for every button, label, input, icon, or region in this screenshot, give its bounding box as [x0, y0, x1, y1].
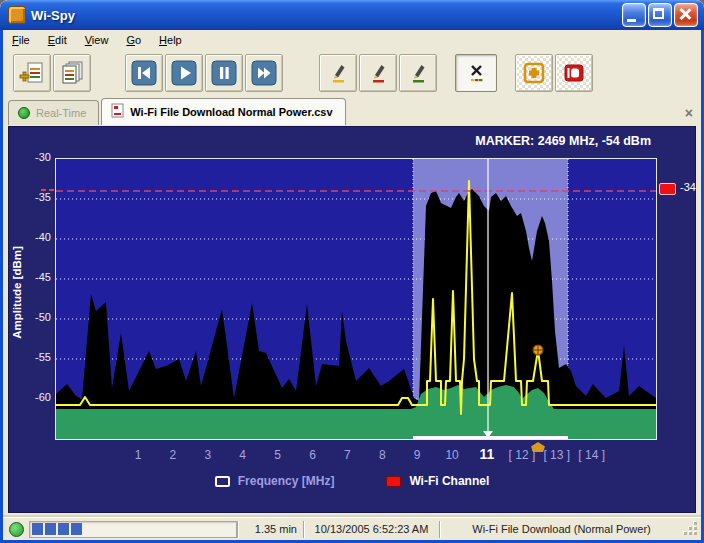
tab-bar: Real-Time Wi-Fi File Download Normal Pow… [3, 97, 701, 125]
play-icon [171, 60, 197, 86]
progress-indicator [29, 521, 237, 538]
skip-to-start-icon [131, 60, 157, 86]
frequency-swatch-icon [215, 476, 230, 487]
marker-readout: MARKER: 2469 MHz, -54 dBm [475, 134, 651, 148]
menu-item-help[interactable]: Help [150, 32, 191, 48]
document-icon [111, 103, 124, 120]
fast-forward-button[interactable] [245, 54, 283, 92]
pen-green-button[interactable] [399, 54, 437, 92]
status-dot-icon [18, 107, 30, 119]
menubar: File Edit View Go Help [3, 30, 701, 50]
progress-block [71, 523, 82, 535]
progress-block [58, 523, 69, 535]
clear-traces-button[interactable] [455, 54, 497, 92]
minimize-button[interactable] [622, 3, 646, 27]
pencil-green-icon [406, 61, 430, 85]
window-title: Wi-Spy [31, 8, 620, 23]
resize-grip[interactable] [685, 523, 698, 536]
pencil-red-icon [366, 61, 390, 85]
marker-tool-button[interactable] [555, 54, 593, 92]
y-axis-tick-label: -50 [21, 311, 51, 323]
chart-panel: MARKER: 2469 MHz, -54 dBm Amplitude [dBm… [8, 126, 696, 513]
current-file: Wi-Fi File Download (Normal Power) [439, 521, 683, 538]
threshold-label: -34 [680, 181, 696, 193]
chart-legend: Frequency [MHz] Wi-Fi Channel [9, 474, 695, 488]
tab-real-time-label: Real-Time [36, 107, 86, 119]
tab-real-time[interactable]: Real-Time [8, 100, 99, 125]
copy-documents-icon [59, 60, 85, 86]
fast-forward-icon [251, 60, 277, 86]
close-icon [678, 7, 692, 21]
legend-wifi-channel-label: Wi-Fi Channel [409, 474, 489, 488]
menu-item-file[interactable]: File [3, 32, 39, 48]
y-axis-tick-label: -40 [21, 231, 51, 243]
wifi-channel-swatch-icon [386, 476, 401, 487]
titlebar[interactable]: Wi-Spy [0, 0, 704, 30]
pencil-yellow-icon [326, 61, 350, 85]
legend-frequency-label: Frequency [MHz] [238, 474, 335, 488]
maximize-button[interactable] [648, 3, 672, 27]
copy-capture-button[interactable] [53, 54, 91, 92]
pause-icon [211, 60, 237, 86]
legend-wifi-channel: Wi-Fi Channel [386, 474, 489, 488]
x-axis-channel-label[interactable]: [ 14 ] [562, 448, 622, 462]
clear-x-icon [464, 61, 488, 85]
y-axis-tick-label: -45 [21, 271, 51, 283]
y-axis-tick-label: -55 [21, 351, 51, 363]
minimize-icon [627, 19, 636, 22]
fit-view-icon [521, 60, 547, 86]
skip-to-start-button[interactable] [125, 54, 163, 92]
marker-tool-icon [561, 60, 587, 86]
tab-close-icon[interactable]: × [685, 107, 693, 119]
new-document-icon [19, 60, 45, 86]
elapsed-time: 1.35 min [237, 521, 303, 538]
tab-file-label: Wi-Fi File Download Normal Power.csv [130, 106, 332, 118]
y-axis-tick-label: -30 [21, 151, 51, 163]
maximize-icon [653, 8, 664, 19]
y-axis-tick-label: -60 [21, 391, 51, 403]
window-border [0, 30, 3, 543]
legend-frequency: Frequency [MHz] [215, 474, 335, 488]
threshold-dash-left [41, 189, 54, 191]
menu-item-view[interactable]: View [76, 32, 118, 48]
menu-item-go[interactable]: Go [117, 32, 150, 48]
toolbar [3, 49, 704, 97]
progress-block [45, 523, 56, 535]
threshold-handle[interactable] [659, 183, 676, 195]
menu-item-edit[interactable]: Edit [39, 32, 76, 48]
pause-button[interactable] [205, 54, 243, 92]
y-axis-tick-label: -35 [21, 191, 51, 203]
fit-view-button[interactable] [515, 54, 553, 92]
wispy-window: Wi-Spy File Edit View Go Help [0, 0, 704, 543]
new-capture-button[interactable] [13, 54, 51, 92]
plot-area[interactable] [55, 158, 657, 440]
tab-file[interactable]: Wi-Fi File Download Normal Power.csv [101, 98, 345, 125]
status-led-icon [9, 522, 24, 537]
status-bar: 1.35 min 10/13/2005 6:52:23 AM Wi-Fi Fil… [3, 517, 701, 540]
play-button[interactable] [165, 54, 203, 92]
pen-yellow-button[interactable] [319, 54, 357, 92]
progress-block [32, 523, 43, 535]
close-button[interactable] [674, 3, 698, 27]
app-icon[interactable] [8, 6, 26, 24]
pen-red-button[interactable] [359, 54, 397, 92]
timestamp: 10/13/2005 6:52:23 AM [303, 521, 439, 538]
marker-flag-icon[interactable] [531, 442, 545, 452]
